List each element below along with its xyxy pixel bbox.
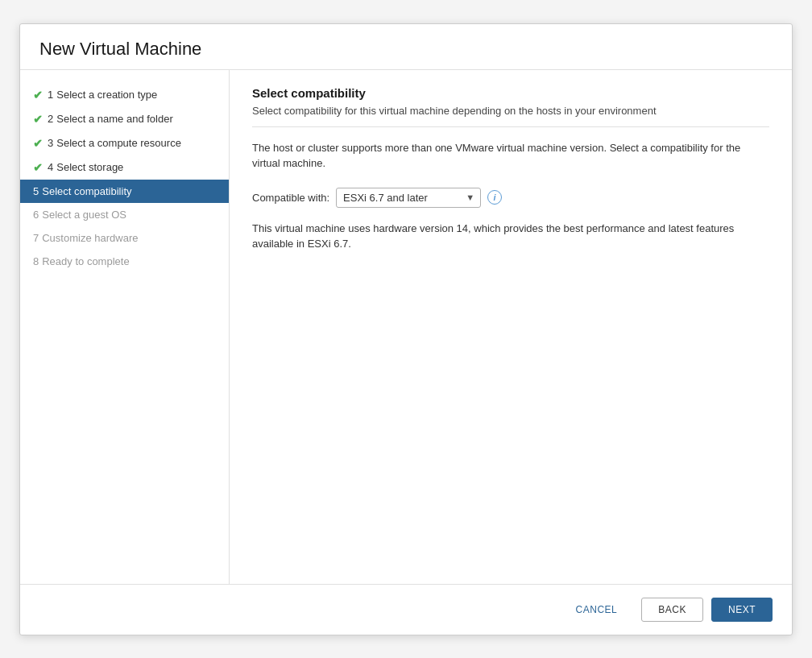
dialog-footer: CANCEL BACK NEXT [20,584,792,635]
info-icon[interactable]: i [487,190,502,205]
section-title: Select compatibility [252,86,769,100]
hw-version-text: This virtual machine uses hardware versi… [252,221,769,252]
checkmark-icon-step2: ✔ [33,113,43,126]
checkmark-icon-step4: ✔ [33,161,43,174]
checkmark-icon-step1: ✔ [33,89,43,101]
sidebar-step4-number: 4 [48,161,53,173]
sidebar-step1-label: Select a creation type [56,89,157,101]
sidebar-item-step8: 8 Ready to complete [20,250,229,273]
sidebar-step6-number: 6 [33,209,39,221]
dialog-title: New Virtual Machine [39,39,773,60]
sidebar-step8-label: Ready to complete [42,255,129,267]
sidebar-step7-number: 7 [33,232,39,244]
compatible-select-wrapper: ESXi 6.7 and later ESXi 6.5 and later ES… [336,188,481,208]
next-button[interactable]: NEXT [711,598,773,622]
sidebar-item-step2[interactable]: ✔ 2 Select a name and folder [20,107,229,131]
section-subtitle: Select compatibility for this virtual ma… [252,105,769,127]
sidebar-item-step6: 6 Select a guest OS [20,203,229,226]
new-vm-dialog: New Virtual Machine ✔ 1 Select a creatio… [19,23,793,635]
sidebar-step2-number: 2 [48,113,53,125]
compatible-select[interactable]: ESXi 6.7 and later ESXi 6.5 and later ES… [336,188,481,208]
sidebar: ✔ 1 Select a creation type ✔ 2 Select a … [20,70,230,584]
sidebar-step2-label: Select a name and folder [56,113,173,125]
info-text: The host or cluster supports more than o… [252,140,769,172]
cancel-button[interactable]: CANCEL [560,598,634,621]
sidebar-step4-label: Select storage [56,161,123,173]
sidebar-step5-label: Select compatibility [42,185,131,197]
sidebar-item-step4[interactable]: ✔ 4 Select storage [20,155,229,180]
sidebar-step8-number: 8 [33,255,39,267]
back-button[interactable]: BACK [641,598,703,622]
sidebar-step6-label: Select a guest OS [42,209,126,221]
sidebar-item-step7: 7 Customize hardware [20,226,229,250]
sidebar-item-step5[interactable]: 5 Select compatibility [20,180,229,203]
compatible-label: Compatible with: [252,192,329,204]
sidebar-step5-number: 5 [33,185,39,197]
sidebar-item-step1[interactable]: ✔ 1 Select a creation type [20,83,229,107]
dialog-header: New Virtual Machine [20,24,792,70]
dialog-body: ✔ 1 Select a creation type ✔ 2 Select a … [20,70,792,584]
checkmark-icon-step3: ✔ [33,137,43,150]
sidebar-step7-label: Customize hardware [42,232,138,244]
sidebar-step1-number: 1 [48,89,53,101]
sidebar-item-step3[interactable]: ✔ 3 Select a compute resource [20,131,229,155]
sidebar-step3-label: Select a compute resource [56,137,181,149]
sidebar-step3-number: 3 [48,137,53,149]
compatible-row: Compatible with: ESXi 6.7 and later ESXi… [252,188,769,208]
main-content: Select compatibility Select compatibilit… [230,70,792,584]
